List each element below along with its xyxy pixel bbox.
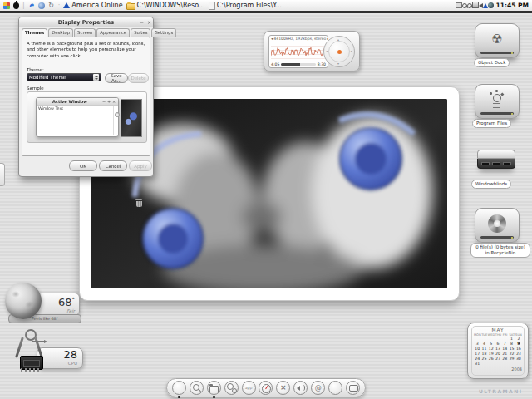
theme-select-stepper[interactable]	[93, 74, 99, 81]
taskbar-item-label: C:\Program Files\Y...	[217, 2, 282, 9]
search-tray-icon[interactable]	[462, 3, 467, 8]
theme-select[interactable]: Modified Theme	[27, 73, 101, 81]
tab-suites[interactable]: Suites	[131, 28, 150, 37]
ok-button[interactable]: OK	[69, 160, 97, 171]
sample-window-body: Window Text	[37, 106, 118, 135]
progress-bar[interactable]	[281, 63, 315, 66]
sample-window-titlebar: Active Window − + ×	[37, 98, 118, 106]
desktop-icon-program-files[interactable]	[475, 84, 520, 119]
clock-time: 11:45 PM	[496, 2, 529, 9]
dock-button-app[interactable]: app	[242, 381, 256, 395]
dock-button-at[interactable]: @	[311, 381, 325, 395]
elapsed-time: 4:05	[271, 62, 279, 66]
desktop-icon-windowblinds[interactable]	[477, 150, 515, 170]
window-tray-icon[interactable]	[456, 2, 462, 8]
taskbar-item-windows-folder[interactable]: C:\WINDOWS\Reso...	[126, 2, 205, 10]
calendar-widget[interactable]: MAY MONTUEWEDTHUFRISATSUN 12345678910111…	[467, 323, 529, 379]
cpu-widget[interactable]: 28 CPU	[7, 329, 83, 382]
save-as-button[interactable]: Save As...	[105, 73, 128, 83]
close-icon: ×	[280, 384, 287, 392]
taskbar-item-america-online[interactable]: America Online	[63, 2, 122, 9]
taskbar-item-label: America Online	[71, 2, 122, 9]
moon-icon	[5, 283, 42, 319]
music-player-widget[interactable]: ◂ 44100kHz, 192kbps, stereo ▸ 4:05 8:30 …	[264, 31, 360, 71]
dialog-tab-panel: A theme is a background plus a set of so…	[22, 37, 150, 156]
branding-text: ULTRAMANI	[479, 388, 522, 394]
close-button[interactable]: ×	[145, 19, 153, 25]
spacer	[19, 19, 27, 25]
weather-widget[interactable]: 68° Fair Feels like 68°	[5, 283, 80, 326]
caliper-chip-icon	[12, 329, 55, 379]
track-info-text: 44100kHz, 192kbps, stereo	[273, 37, 326, 41]
sample-window-text: Window Text	[38, 106, 63, 111]
browser-icon[interactable]: e	[28, 2, 35, 9]
radiation-glyph-icon: ☢	[491, 33, 502, 46]
tab-desktop[interactable]: Desktop	[48, 28, 73, 37]
running-indicator	[178, 396, 180, 398]
app-icon: app	[245, 386, 253, 390]
desktop-icon-object-dock[interactable]: ☢	[475, 23, 520, 58]
menubar-dot: ·	[58, 2, 61, 9]
click-wheel[interactable]: ▴ ▾ ◂ ▸	[323, 36, 355, 67]
refresh-icon[interactable]: ↻	[48, 2, 55, 9]
calendar-month: MAY	[474, 328, 522, 332]
dock-button-folder[interactable]	[207, 381, 221, 395]
display-properties-dialog: Display Properties − × ThemesDesktopScre…	[18, 17, 154, 177]
prev-arrow-icon[interactable]: ◂	[271, 37, 273, 41]
dock-button-search[interactable]	[190, 381, 204, 395]
wheel-tick-up: ▴	[337, 37, 339, 42]
player-display: ◂ 44100kHz, 192kbps, stereo ▸ 4:05 8:30	[268, 35, 328, 68]
chevron-down-icon	[95, 78, 98, 80]
calendar-year: 2004	[474, 367, 522, 372]
tab-settings[interactable]: Settings	[151, 28, 176, 37]
start-icon[interactable]	[3, 2, 10, 9]
wheel-tick-right: ▸	[351, 49, 352, 53]
swirl-glyph-icon	[488, 214, 506, 233]
globe-icon[interactable]	[38, 2, 45, 9]
cancel-button[interactable]: Cancel	[99, 160, 127, 171]
dialog-titlebar[interactable]: Display Properties − ×	[19, 17, 153, 27]
sample-wallpaper-thumbnail	[121, 99, 142, 137]
sample-window: Active Window − + × Window Text	[36, 97, 119, 137]
theme-description: A theme is a background plus a set of so…	[27, 41, 145, 59]
sample-scrollbar	[113, 106, 118, 135]
dialog-title: Display Properties	[34, 19, 138, 26]
icon-label-object-dock: Object Dock	[474, 58, 510, 67]
dock-button-blank[interactable]	[328, 381, 342, 395]
dock-button-speaker[interactable]	[293, 381, 308, 395]
icon-label-windowblinds: Windowblinds	[471, 180, 511, 189]
aol-tray-icon[interactable]	[483, 3, 488, 8]
icon-label-program-files: Program Files	[472, 119, 511, 128]
waveform-line	[271, 47, 326, 56]
delete-button: Delete	[128, 73, 149, 83]
wheel-center-dot[interactable]	[337, 50, 342, 54]
system-tray: 11:45 PM	[456, 2, 529, 10]
spacer	[27, 19, 34, 25]
icon-label-recycle-bin: 0 file(s) (0 bytes size) in RecycleBin	[470, 243, 530, 258]
tab-appearance[interactable]: Appearance	[96, 28, 130, 37]
theme-select-value: Modified Theme	[29, 75, 66, 80]
calendar-empty-cell	[495, 362, 501, 367]
player-track-info: ◂ 44100kHz, 192kbps, stereo ▸	[269, 36, 328, 42]
aol-icon	[63, 2, 70, 8]
minimize-button[interactable]: −	[138, 19, 145, 25]
edge-tab[interactable]	[0, 163, 5, 186]
desktop-icon-recycle-bin[interactable]	[475, 208, 520, 243]
search-tray-icon[interactable]	[467, 3, 472, 8]
dock-button-finder[interactable]	[172, 381, 186, 395]
dock-button-close[interactable]: ×	[276, 381, 290, 395]
sample-window-title: Active Window	[38, 99, 101, 104]
dock-button-gears[interactable]	[224, 381, 239, 395]
tab-themes[interactable]: Themes	[22, 28, 47, 37]
firewire-glyph-icon	[489, 91, 505, 108]
dock-button-chat[interactable]	[346, 381, 360, 395]
wheel-tick-down: ▾	[337, 62, 339, 66]
dock-button-clock[interactable]	[259, 381, 273, 395]
apple-menu-icon[interactable]	[13, 2, 19, 9]
waveform-display	[271, 42, 326, 59]
calendar-date-31: 31	[474, 362, 480, 367]
clock-tray-icon[interactable]	[488, 2, 494, 8]
theme-label: Theme:	[27, 67, 44, 72]
taskbar-item-program-files[interactable]: C:\Program Files\Y...	[209, 2, 282, 10]
tab-screen-saver[interactable]: Screen Saver	[74, 28, 96, 37]
